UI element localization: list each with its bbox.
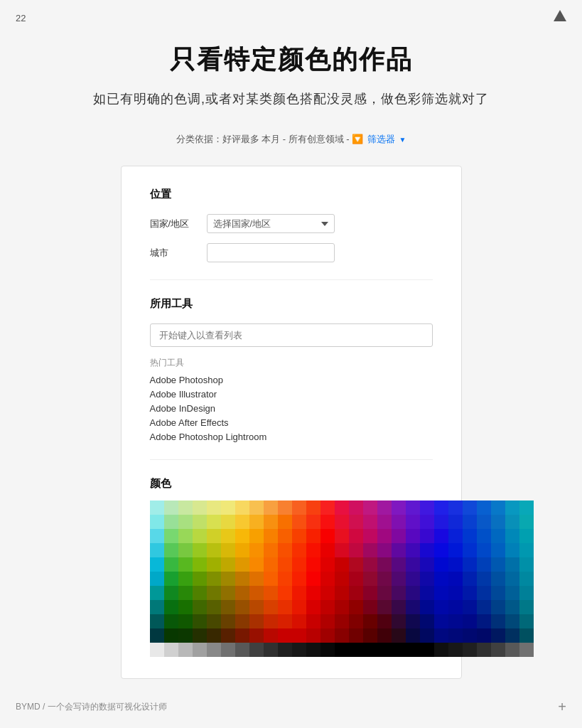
color-cell[interactable]: [505, 557, 519, 572]
filter-link[interactable]: 筛选器: [367, 134, 395, 144]
color-cell[interactable]: [292, 515, 306, 529]
color-cell[interactable]: [335, 628, 349, 643]
color-cell[interactable]: [178, 628, 193, 643]
color-cell[interactable]: [178, 586, 193, 600]
color-cell[interactable]: [463, 515, 477, 529]
color-cell[interactable]: [519, 600, 534, 614]
color-cell[interactable]: [249, 614, 264, 628]
color-cell[interactable]: [320, 600, 335, 614]
color-cell[interactable]: [448, 614, 463, 628]
color-cell[interactable]: [178, 572, 193, 586]
color-cell[interactable]: [193, 628, 207, 643]
color-cell[interactable]: [193, 557, 207, 572]
color-cell[interactable]: [406, 572, 420, 586]
color-cell[interactable]: [320, 614, 335, 628]
color-cell[interactable]: [178, 643, 193, 657]
color-cell[interactable]: [363, 614, 377, 628]
color-cell[interactable]: [207, 543, 221, 557]
color-cell[interactable]: [363, 557, 377, 572]
color-cell[interactable]: [392, 500, 406, 515]
color-cell[interactable]: [264, 557, 278, 572]
color-cell[interactable]: [164, 643, 178, 657]
color-cell[interactable]: [164, 586, 178, 600]
color-cell[interactable]: [235, 529, 249, 543]
color-cell[interactable]: [178, 529, 193, 543]
color-cell[interactable]: [207, 614, 221, 628]
color-cell[interactable]: [463, 543, 477, 557]
color-cell[interactable]: [420, 600, 434, 614]
color-cell[interactable]: [406, 600, 420, 614]
color-cell[interactable]: [335, 600, 349, 614]
color-cell[interactable]: [150, 643, 164, 657]
color-cell[interactable]: [193, 614, 207, 628]
color-cell[interactable]: [335, 500, 349, 515]
color-cell[interactable]: [292, 500, 306, 515]
color-cell[interactable]: [292, 543, 306, 557]
color-cell[interactable]: [306, 572, 320, 586]
color-cell[interactable]: [448, 572, 463, 586]
color-cell[interactable]: [377, 500, 392, 515]
color-cell[interactable]: [193, 643, 207, 657]
tool-item[interactable]: Adobe After Effects: [150, 417, 433, 428]
color-cell[interactable]: [306, 543, 320, 557]
color-cell[interactable]: [463, 614, 477, 628]
color-cell[interactable]: [335, 529, 349, 543]
color-cell[interactable]: [477, 572, 491, 586]
color-cell[interactable]: [477, 515, 491, 529]
color-cell[interactable]: [235, 614, 249, 628]
tool-item[interactable]: Adobe InDesign: [150, 403, 433, 414]
color-cell[interactable]: [249, 529, 264, 543]
color-cell[interactable]: [249, 515, 264, 529]
color-cell[interactable]: [235, 557, 249, 572]
color-cell[interactable]: [491, 643, 505, 657]
color-cell[interactable]: [278, 614, 292, 628]
color-cell[interactable]: [207, 586, 221, 600]
color-cell[interactable]: [335, 572, 349, 586]
color-cell[interactable]: [207, 643, 221, 657]
color-cell[interactable]: [519, 543, 534, 557]
color-cell[interactable]: [150, 557, 164, 572]
color-cell[interactable]: [406, 586, 420, 600]
color-cell[interactable]: [292, 600, 306, 614]
color-cell[interactable]: [221, 529, 235, 543]
color-cell[interactable]: [377, 543, 392, 557]
color-cell[interactable]: [519, 500, 534, 515]
color-cell[interactable]: [420, 543, 434, 557]
color-cell[interactable]: [320, 557, 335, 572]
color-cell[interactable]: [306, 614, 320, 628]
color-cell[interactable]: [207, 500, 221, 515]
color-cell[interactable]: [363, 572, 377, 586]
color-cell[interactable]: [193, 586, 207, 600]
color-cell[interactable]: [448, 557, 463, 572]
color-cell[interactable]: [392, 614, 406, 628]
color-cell[interactable]: [306, 500, 320, 515]
color-cell[interactable]: [221, 614, 235, 628]
color-cell[interactable]: [491, 600, 505, 614]
color-cell[interactable]: [491, 572, 505, 586]
color-cell[interactable]: [406, 557, 420, 572]
color-cell[interactable]: [519, 614, 534, 628]
color-cell[interactable]: [178, 557, 193, 572]
color-cell[interactable]: [349, 614, 363, 628]
color-cell[interactable]: [306, 643, 320, 657]
color-cell[interactable]: [320, 643, 335, 657]
color-cell[interactable]: [221, 586, 235, 600]
color-cell[interactable]: [320, 572, 335, 586]
color-cell[interactable]: [164, 628, 178, 643]
color-cell[interactable]: [377, 586, 392, 600]
color-cell[interactable]: [363, 543, 377, 557]
color-cell[interactable]: [363, 600, 377, 614]
color-cell[interactable]: [249, 543, 264, 557]
color-cell[interactable]: [448, 515, 463, 529]
color-cell[interactable]: [349, 643, 363, 657]
color-cell[interactable]: [463, 500, 477, 515]
color-cell[interactable]: [477, 557, 491, 572]
color-cell[interactable]: [164, 557, 178, 572]
color-cell[interactable]: [448, 543, 463, 557]
color-cell[interactable]: [278, 628, 292, 643]
color-cell[interactable]: [292, 614, 306, 628]
color-cell[interactable]: [306, 600, 320, 614]
color-cell[interactable]: [392, 515, 406, 529]
color-cell[interactable]: [235, 586, 249, 600]
color-cell[interactable]: [264, 614, 278, 628]
